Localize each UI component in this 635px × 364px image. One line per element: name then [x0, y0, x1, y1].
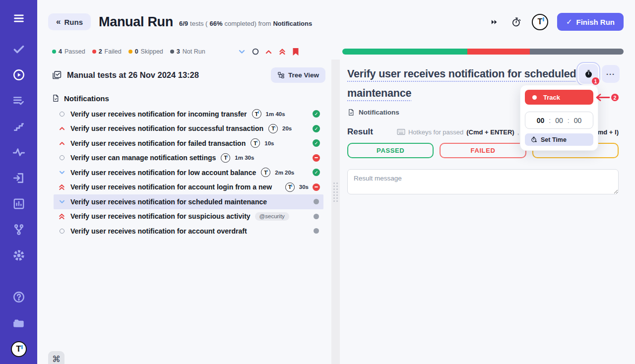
run-checklist-icon [52, 70, 62, 80]
stopwatch-icon[interactable] [510, 15, 523, 28]
pulse-icon[interactable] [11, 145, 26, 160]
timer-display: 00 : 00 : 00 [525, 112, 593, 129]
priority-normal-filter-icon[interactable] [252, 48, 259, 56]
priority-high-filter-icon[interactable] [265, 48, 273, 56]
test-row[interactable]: Verify user receives notification for ac… [54, 180, 323, 195]
passed-dot-icon [52, 50, 56, 54]
notrun-count[interactable]: 3Not Run [170, 48, 205, 55]
testomat-logo-icon: T [285, 182, 295, 192]
command-shortcut-button[interactable]: ⌘ [48, 351, 64, 364]
test-row[interactable]: Verify user receives notification for ac… [54, 224, 323, 239]
hotkeys-fragment: md + I) [598, 128, 619, 136]
tree-view-button[interactable]: Tree View [271, 67, 325, 83]
priority-low-icon [58, 200, 65, 204]
test-duration: 1m 30s [235, 155, 254, 161]
passed-result-button[interactable]: PASSED [347, 143, 434, 158]
folder-icon[interactable] [11, 315, 26, 330]
app-sidebar: T [0, 0, 37, 364]
drag-handle-icon [333, 182, 338, 202]
list-check-icon[interactable] [11, 93, 26, 108]
progress-passed-segment [342, 49, 467, 55]
annotation-badge-1: 1 [591, 77, 600, 85]
progress-failed-segment [467, 49, 530, 55]
notrun-dot-icon [170, 50, 174, 54]
set-time-button[interactable]: Set Time [525, 133, 593, 146]
page-title: Manual Run [99, 14, 173, 30]
priority-highest-icon [58, 213, 65, 220]
app-logo-icon[interactable]: T [11, 341, 27, 357]
track-button[interactable]: Track [525, 90, 593, 105]
finish-run-button[interactable]: ✓ Finish Run [557, 13, 624, 31]
play-circle-icon[interactable] [11, 67, 26, 82]
status-passed-icon: ✓ [313, 169, 320, 176]
priority-filter-group [238, 48, 300, 56]
record-dot-icon [532, 95, 537, 100]
bar-chart-icon[interactable] [11, 196, 26, 211]
gear-icon[interactable] [11, 248, 26, 263]
timer-minutes-input[interactable]: 00 [555, 117, 563, 124]
priority-normal-icon [58, 112, 65, 117]
priority-highest-icon [58, 184, 65, 190]
test-detail-panel: Verify user receives notification for sc… [340, 60, 635, 364]
status-passed-icon: ✓ [313, 110, 320, 118]
test-row[interactable]: Verify user receives notification for su… [54, 209, 323, 224]
testomat-logo-icon: T [252, 109, 261, 119]
skipped-dot-icon [128, 50, 132, 54]
priority-normal-icon [58, 229, 65, 234]
stopwatch-gear-icon [531, 136, 537, 143]
priority-normal-icon [58, 155, 65, 160]
run-progress-subtitle: 6/9 tests ( 66% completed) from Notifica… [179, 20, 312, 27]
run-datetime-title: Manual tests at 26 Nov 2024 13:28 [67, 70, 271, 80]
panel-resize-divider[interactable] [331, 60, 340, 364]
test-duration: 20s [282, 125, 292, 131]
status-failed-icon [313, 154, 320, 162]
result-heading: Result [347, 127, 373, 137]
skipped-count[interactable]: 0Skipped [128, 48, 163, 55]
account-logo-icon[interactable]: T [532, 14, 548, 30]
document-icon [347, 108, 355, 117]
check-icon[interactable] [11, 42, 26, 57]
suite-group-header[interactable]: Notifications [45, 83, 331, 106]
help-icon[interactable] [11, 290, 26, 304]
annotation-badge-2: 2 [611, 93, 619, 102]
run-progress-bar [342, 49, 624, 55]
testomat-logo-icon: T [268, 124, 278, 133]
fast-forward-icon[interactable] [488, 15, 501, 28]
testomat-logo-icon: T [251, 138, 260, 148]
test-row-selected[interactable]: Verify user receives notification for sc… [54, 194, 323, 209]
priority-highest-filter-icon[interactable] [278, 48, 286, 56]
bookmark-filter-icon[interactable] [292, 48, 300, 56]
priority-high-icon [58, 126, 65, 130]
progress-notrun-segment [530, 49, 624, 55]
status-passed-icon: ✓ [313, 125, 320, 132]
test-row[interactable]: Verify user can manage notification sett… [54, 151, 323, 166]
tree-view-icon [277, 71, 285, 79]
test-list: Verify user receives notification for in… [45, 106, 331, 239]
test-row[interactable]: Verify user receives notification for lo… [54, 165, 323, 180]
test-duration: 1m 40s [266, 111, 285, 117]
hamburger-menu-icon[interactable] [11, 11, 26, 26]
test-tag-badge[interactable]: @security [255, 212, 289, 221]
result-message-input[interactable] [347, 169, 619, 194]
timer-hours-input[interactable]: 00 [537, 117, 545, 124]
ellipsis-icon: ··· [606, 70, 615, 78]
document-icon [52, 94, 60, 103]
status-notrun-icon [314, 228, 319, 234]
failed-count[interactable]: 2Failed [92, 48, 122, 55]
status-failed-icon [313, 183, 320, 191]
steps-icon[interactable] [11, 119, 26, 134]
test-duration: 2m 20s [275, 170, 294, 176]
priority-low-filter-icon[interactable] [238, 48, 246, 56]
test-row[interactable]: Verify user receives notification for fa… [54, 136, 323, 151]
branch-icon[interactable] [11, 222, 26, 237]
back-to-runs-button[interactable]: « Runs [48, 13, 91, 30]
more-options-button[interactable]: ··· [602, 65, 620, 83]
test-row[interactable]: Verify user receives notification for su… [54, 121, 323, 136]
testomat-logo-icon: T [261, 168, 270, 177]
keyboard-icon [397, 128, 405, 135]
login-icon[interactable] [11, 171, 26, 185]
timer-seconds-input[interactable]: 00 [574, 117, 582, 124]
passed-count[interactable]: 4Passed [52, 48, 85, 55]
failed-result-button[interactable]: FAILED [440, 143, 526, 158]
test-row[interactable]: Verify user receives notification for in… [54, 107, 323, 121]
